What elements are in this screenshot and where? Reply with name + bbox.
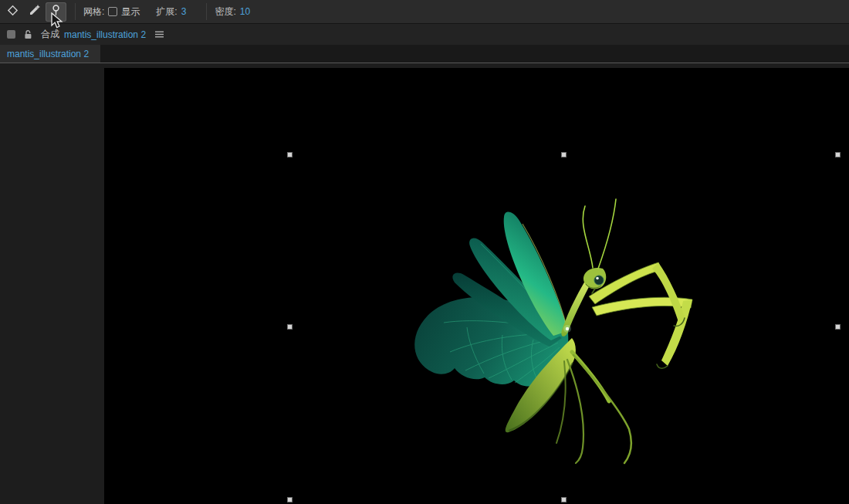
mesh-option-group: 网格: 显示 xyxy=(83,5,144,19)
selection-handle[interactable] xyxy=(835,324,841,330)
diamond-tool-icon xyxy=(6,4,19,20)
mantis-illustration[interactable] xyxy=(104,68,849,504)
left-panel xyxy=(0,63,104,504)
separator xyxy=(75,3,76,20)
mantis-antennae xyxy=(583,199,616,269)
tool-options-bar: 网格: 显示 扩展: 3 密度: 10 xyxy=(0,0,849,24)
selection-handle[interactable] xyxy=(561,497,567,502)
puppet-pin-icon xyxy=(49,4,63,20)
selection-handle[interactable] xyxy=(287,324,293,330)
expansion-label: 扩展: xyxy=(156,5,177,19)
expansion-option-group: 扩展: 3 xyxy=(156,5,186,19)
mesh-label: 网格: xyxy=(83,5,104,19)
panel-menu-icon[interactable] xyxy=(154,30,164,39)
density-value[interactable]: 10 xyxy=(240,6,250,17)
density-label: 密度: xyxy=(215,5,235,19)
puppet-pin-tool-button[interactable] xyxy=(46,2,66,22)
app-window: 网格: 显示 扩展: 3 密度: 10 合成 mantis_illustrati… xyxy=(0,0,849,504)
composition-viewport[interactable] xyxy=(104,68,849,504)
viewer-tab-label: mantis_illustration 2 xyxy=(7,49,89,59)
mesh-show-label: 显示 xyxy=(121,5,140,19)
selection-handle[interactable] xyxy=(287,497,293,502)
wing-joint-highlight xyxy=(563,325,571,333)
density-option-group: 密度: 10 xyxy=(215,5,250,19)
selection-handle[interactable] xyxy=(561,152,567,157)
mesh-show-checkbox[interactable] xyxy=(108,7,117,16)
comp-thumbnail-icon[interactable] xyxy=(7,30,15,39)
separator xyxy=(206,3,207,20)
diamond-tool-button[interactable] xyxy=(2,2,23,22)
selection-handle[interactable] xyxy=(835,152,841,157)
puppet-sketch-pen-icon xyxy=(28,4,41,20)
selection-handle[interactable] xyxy=(287,152,293,157)
main-area xyxy=(0,63,849,504)
expansion-value[interactable]: 3 xyxy=(181,6,187,17)
viewer-tab[interactable]: mantis_illustration 2 xyxy=(0,45,100,63)
composition-mini-bar: 合成 mantis_illustration 2 xyxy=(0,24,849,45)
lock-icon[interactable] xyxy=(24,29,32,39)
comp-name-link[interactable]: mantis_illustration 2 xyxy=(64,29,146,40)
viewer-tab-row: mantis_illustration 2 xyxy=(0,45,849,63)
puppet-sketch-tool-button[interactable] xyxy=(24,2,45,22)
comp-type-label: 合成 xyxy=(41,28,59,41)
